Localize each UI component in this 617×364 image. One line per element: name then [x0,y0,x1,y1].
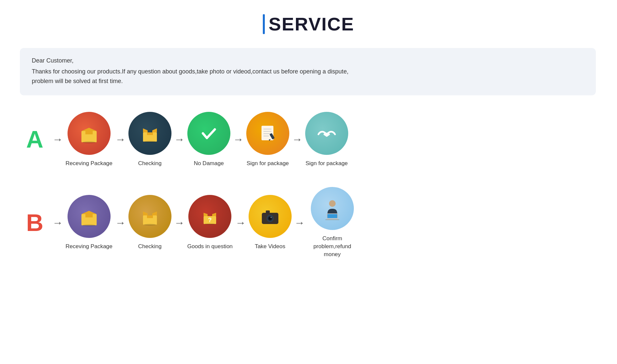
icon-blue-person [311,187,354,230]
step-a-3-label: No Damage [194,159,224,167]
step-a-5: Sign for package [305,112,348,167]
step-a-5-label: Sign for package [306,159,348,167]
svg-marker-5 [143,128,148,132]
arrow-a-4: → [233,133,244,146]
arrow-a-5: → [292,133,303,146]
step-b-1: Receving Package [66,195,113,250]
svg-rect-2 [85,131,93,134]
svg-point-37 [329,200,336,207]
step-a-1: Receving Package [66,112,113,167]
step-a-3: No Damage [187,112,230,167]
arrow-b-3: → [174,217,185,229]
svg-text:?: ? [208,217,212,223]
svg-rect-40 [325,219,339,220]
icon-teal-handshake [305,112,348,155]
flow-row-a: A → Receving Package → [20,112,597,167]
step-b-3-label: Goods in question [187,243,233,250]
notice-body: Thanks for choosing our products.If any … [32,67,584,86]
arrow-a-3: → [174,133,185,146]
svg-rect-35 [266,210,270,213]
notice-greeting: Dear Customer, [32,57,584,64]
step-b-2-label: Checking [138,243,162,250]
step-b-4-label: Take Videos [255,243,285,250]
svg-rect-7 [147,132,153,135]
svg-marker-18 [81,211,97,214]
step-a-4: Sign for package [246,112,289,167]
arrow-a-1: → [52,133,63,146]
step-a-4-label: Sign for package [247,159,289,167]
svg-rect-39 [327,214,337,218]
step-a-1-label: Receving Package [66,159,113,167]
step-b-4: Take Videos [249,195,292,250]
step-b-5-label: Confirm problem,refund money [308,235,357,258]
svg-rect-24 [147,215,153,218]
letter-b: B [20,209,50,236]
icon-yellow-camera [249,195,292,238]
icon-dark-box [128,112,171,155]
svg-rect-19 [85,214,93,217]
page-title: SERVICE [269,13,355,35]
arrow-b-1: → [52,217,63,229]
step-a-2-label: Checking [138,159,162,167]
icon-red-box [68,112,111,155]
icon-purple-box [68,195,111,238]
svg-point-3 [82,141,96,143]
arrow-b-2: → [115,217,126,229]
svg-point-30 [205,223,215,225]
svg-point-8 [144,141,156,142]
svg-marker-22 [143,211,148,215]
page-title-section: SERVICE [20,13,597,35]
step-b-5: Confirm problem,refund money [308,187,357,258]
svg-marker-1 [81,128,97,131]
step-b-3: ? Goods in question [187,195,233,250]
svg-marker-27 [204,213,208,216]
arrow-b-5: → [294,217,305,229]
icon-orange-sign [246,112,289,155]
letter-a: A [20,126,50,153]
arrow-a-2: → [115,133,126,146]
svg-marker-6 [152,128,157,132]
icon-red-question: ? [188,195,231,238]
title-bar-accent [263,14,265,34]
svg-point-36 [270,217,272,218]
icon-brown-box [128,195,171,238]
svg-marker-23 [152,211,157,215]
notice-box: Dear Customer, Thanks for choosing our p… [20,48,596,95]
svg-point-16 [325,133,328,136]
step-b-1-label: Receving Package [66,243,113,250]
step-a-2: Checking [128,112,171,167]
flow-row-b: B → Receving Package → [20,187,597,258]
icon-green-check [187,112,230,155]
svg-point-25 [144,224,156,226]
arrow-b-4: → [235,217,246,229]
svg-marker-28 [212,213,216,216]
svg-point-20 [82,224,96,226]
step-b-2: Checking [128,195,171,250]
